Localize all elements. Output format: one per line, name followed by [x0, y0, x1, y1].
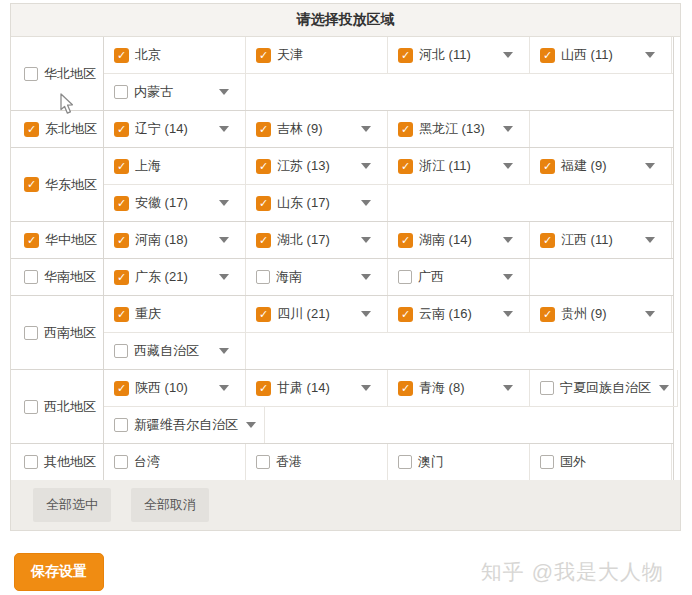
- region-row-header[interactable]: 西北地区: [11, 370, 104, 443]
- dropdown-arrow-icon[interactable]: [503, 274, 513, 280]
- region-row-header[interactable]: 华北地区: [11, 37, 104, 110]
- checkbox-unchecked[interactable]: [256, 270, 270, 284]
- checkbox-checked[interactable]: [114, 196, 129, 211]
- checkbox-unchecked[interactable]: [24, 270, 38, 284]
- dropdown-arrow-icon[interactable]: [645, 163, 655, 169]
- province-cell[interactable]: 江苏 (13): [246, 148, 388, 184]
- select-all-button[interactable]: 全部选中: [33, 488, 111, 522]
- checkbox-unchecked[interactable]: [540, 455, 554, 469]
- province-cell[interactable]: 云南 (16): [388, 296, 530, 332]
- checkbox-unchecked[interactable]: [256, 455, 270, 469]
- checkbox-checked[interactable]: [256, 307, 271, 322]
- province-cell[interactable]: 天津: [246, 37, 388, 73]
- province-cell[interactable]: 山东 (17): [246, 185, 388, 221]
- dropdown-arrow-icon[interactable]: [361, 274, 371, 280]
- checkbox-unchecked[interactable]: [114, 418, 128, 432]
- dropdown-arrow-icon[interactable]: [645, 52, 655, 58]
- dropdown-arrow-icon[interactable]: [503, 311, 513, 317]
- checkbox-checked[interactable]: [114, 159, 129, 174]
- checkbox-checked[interactable]: [256, 122, 271, 137]
- checkbox-checked[interactable]: [540, 307, 555, 322]
- checkbox-unchecked[interactable]: [114, 85, 128, 99]
- checkbox-unchecked[interactable]: [398, 455, 412, 469]
- dropdown-arrow-icon[interactable]: [219, 274, 229, 280]
- checkbox-checked[interactable]: [24, 122, 39, 137]
- checkbox-checked[interactable]: [114, 233, 129, 248]
- dropdown-arrow-icon[interactable]: [361, 126, 371, 132]
- checkbox-checked[interactable]: [540, 159, 555, 174]
- province-cell[interactable]: 河南 (18): [104, 222, 246, 258]
- province-cell[interactable]: 北京: [104, 37, 246, 73]
- dropdown-arrow-icon[interactable]: [361, 311, 371, 317]
- checkbox-checked[interactable]: [114, 381, 129, 396]
- region-row-header[interactable]: 其他地区: [11, 444, 104, 480]
- region-row-header[interactable]: 华中地区: [11, 222, 104, 258]
- province-cell[interactable]: 江西 (11): [530, 222, 672, 258]
- checkbox-checked[interactable]: [398, 122, 413, 137]
- province-cell[interactable]: 上海: [104, 148, 246, 184]
- checkbox-unchecked[interactable]: [24, 326, 38, 340]
- province-cell[interactable]: 西藏自治区: [104, 333, 246, 369]
- dropdown-arrow-icon[interactable]: [219, 89, 229, 95]
- checkbox-checked[interactable]: [24, 177, 39, 192]
- province-cell[interactable]: 新疆维吾尔自治区: [104, 407, 265, 443]
- dropdown-arrow-icon[interactable]: [503, 126, 513, 132]
- province-cell[interactable]: 香港: [246, 444, 388, 480]
- province-cell[interactable]: 福建 (9): [530, 148, 672, 184]
- checkbox-checked[interactable]: [114, 307, 129, 322]
- dropdown-arrow-icon[interactable]: [503, 163, 513, 169]
- checkbox-unchecked[interactable]: [540, 381, 554, 395]
- province-cell[interactable]: 广东 (21): [104, 259, 246, 295]
- dropdown-arrow-icon[interactable]: [503, 52, 513, 58]
- checkbox-checked[interactable]: [256, 233, 271, 248]
- province-cell[interactable]: 湖北 (17): [246, 222, 388, 258]
- checkbox-checked[interactable]: [256, 159, 271, 174]
- province-cell[interactable]: 重庆: [104, 296, 246, 332]
- dropdown-arrow-icon[interactable]: [219, 348, 229, 354]
- province-cell[interactable]: 海南: [246, 259, 388, 295]
- checkbox-checked[interactable]: [114, 122, 129, 137]
- checkbox-unchecked[interactable]: [114, 344, 128, 358]
- region-row-header[interactable]: 华南地区: [11, 259, 104, 295]
- checkbox-unchecked[interactable]: [24, 455, 38, 469]
- save-settings-button[interactable]: 保存设置: [14, 553, 104, 591]
- region-row-header[interactable]: 东北地区: [11, 111, 104, 147]
- checkbox-checked[interactable]: [398, 159, 413, 174]
- province-cell[interactable]: 湖南 (14): [388, 222, 530, 258]
- province-cell[interactable]: 宁夏回族自治区: [530, 370, 678, 406]
- province-cell[interactable]: 陕西 (10): [104, 370, 246, 406]
- dropdown-arrow-icon[interactable]: [659, 385, 669, 391]
- checkbox-checked[interactable]: [398, 48, 413, 63]
- province-cell[interactable]: 山西 (11): [530, 37, 672, 73]
- checkbox-checked[interactable]: [398, 381, 413, 396]
- dropdown-arrow-icon[interactable]: [503, 385, 513, 391]
- dropdown-arrow-icon[interactable]: [503, 237, 513, 243]
- province-cell[interactable]: 广西: [388, 259, 530, 295]
- checkbox-unchecked[interactable]: [24, 400, 38, 414]
- region-row-header[interactable]: 华东地区: [11, 148, 104, 221]
- dropdown-arrow-icon[interactable]: [219, 126, 229, 132]
- province-cell[interactable]: 河北 (11): [388, 37, 530, 73]
- checkbox-checked[interactable]: [114, 270, 129, 285]
- dropdown-arrow-icon[interactable]: [361, 163, 371, 169]
- province-cell[interactable]: 四川 (21): [246, 296, 388, 332]
- province-cell[interactable]: 内蒙古: [104, 74, 246, 110]
- checkbox-checked[interactable]: [24, 233, 39, 248]
- dropdown-arrow-icon[interactable]: [246, 422, 256, 428]
- checkbox-checked[interactable]: [398, 307, 413, 322]
- dropdown-arrow-icon[interactable]: [645, 237, 655, 243]
- checkbox-checked[interactable]: [540, 48, 555, 63]
- checkbox-unchecked[interactable]: [114, 455, 128, 469]
- province-cell[interactable]: 浙江 (11): [388, 148, 530, 184]
- province-cell[interactable]: 甘肃 (14): [246, 370, 388, 406]
- province-cell[interactable]: 吉林 (9): [246, 111, 388, 147]
- checkbox-unchecked[interactable]: [24, 67, 38, 81]
- checkbox-checked[interactable]: [256, 381, 271, 396]
- checkbox-checked[interactable]: [540, 233, 555, 248]
- province-cell[interactable]: 辽宁 (14): [104, 111, 246, 147]
- dropdown-arrow-icon[interactable]: [361, 237, 371, 243]
- checkbox-unchecked[interactable]: [398, 270, 412, 284]
- dropdown-arrow-icon[interactable]: [219, 200, 229, 206]
- dropdown-arrow-icon[interactable]: [645, 311, 655, 317]
- province-cell[interactable]: 安徽 (17): [104, 185, 246, 221]
